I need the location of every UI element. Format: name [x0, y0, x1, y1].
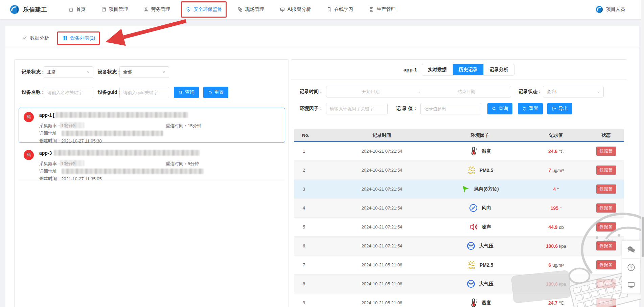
table-row[interactable]: 3 2024-10-21 07:21:54 风向(8方位) 4° 低报警	[294, 180, 624, 199]
record-value: 6	[548, 262, 551, 268]
alarm-status-badge: 低报警	[596, 298, 616, 307]
table-row[interactable]: 4 2024-10-21 07:21:54 风向 195° 低报警	[294, 199, 624, 218]
date-separator: ~	[415, 89, 422, 94]
record-status-label: 记录状态：	[22, 69, 45, 75]
history-tab[interactable]: 记录分析	[483, 64, 514, 75]
search-icon	[178, 90, 183, 95]
history-tab[interactable]: 历史记录	[453, 64, 483, 75]
alarm-status-badge: 低报警	[596, 260, 616, 269]
record-time: 2024-10-21 05:21:08	[328, 281, 436, 286]
env-factor-cell: 大气压	[436, 241, 524, 250]
row-number: 8	[294, 281, 328, 286]
env-factor-name: 大气压	[479, 281, 493, 287]
device-list-panel: 记录状态： 正常 ∨ 设备状态： 全部 ∨ 设备名称： 设备guld： 查询 重…	[14, 59, 289, 307]
table-row[interactable]: 7 2024-10-21 05:21:08 PM2.5 6ug/m³ 低报警	[294, 256, 624, 275]
status-cell: 低报警	[588, 147, 624, 156]
env-factor-cell: 风向(8方位)	[436, 184, 524, 194]
device-card[interactable]: 离 app-1 [ 采集频率： 10分钟 重连时间：15分钟 详细地址	[19, 108, 285, 143]
device-guld-input[interactable]	[119, 87, 169, 98]
thermometer-icon	[469, 298, 478, 307]
table-row[interactable]: 1 2024-10-21 07:21:54 温度 24.6℃ 低报警	[294, 142, 624, 161]
table-row[interactable]: 9 2024-10-21 05:21:08 温度 24.7℃ 低报警	[294, 293, 624, 307]
table-row[interactable]: 6 2024-10-21 07:21:54 大气压 100.6kpa 低报警	[294, 237, 624, 256]
chevron-down-icon: ∨	[87, 70, 90, 74]
env-factor-cell: PM2.5	[436, 260, 524, 269]
device-name-input[interactable]	[44, 87, 93, 98]
reset-icon	[208, 90, 212, 95]
nav-item[interactable]: 劳务管理	[143, 6, 170, 13]
device-status-select[interactable]: 全部 ∨	[119, 66, 169, 78]
export-icon	[552, 106, 556, 111]
device-name: app-1	[39, 112, 52, 118]
export-button[interactable]: 导出	[547, 103, 572, 114]
toolbar-item[interactable]	[622, 258, 640, 276]
device-card[interactable]: 离 app-3 采集频率： 10分钟 重连时间：5分钟 详细地址	[19, 146, 285, 181]
nav-item[interactable]: AI报警分析	[280, 6, 311, 13]
nav-item[interactable]: 项目管理	[101, 6, 128, 13]
record-status-select[interactable]: 全 部 ∨	[543, 86, 604, 97]
record-unit: kpa	[559, 244, 566, 249]
env-factor-cell: 大气压	[436, 279, 524, 288]
history-panel: app-1 实时数据 历史记录 记录分析	[291, 59, 627, 307]
vertical-scrollbar[interactable]	[641, 0, 644, 307]
record-unit: ug/m³	[552, 263, 564, 268]
env-factor-input[interactable]	[326, 103, 388, 114]
divider	[19, 180, 284, 180]
alarm-status-badge: 低报警	[596, 166, 616, 175]
record-status-select[interactable]: 正常 ∨	[44, 66, 93, 78]
scrollbar-thumb[interactable]	[642, 217, 644, 257]
record-unit: db	[559, 225, 564, 230]
env-factor-name: 温度	[482, 300, 491, 306]
row-number: 9	[294, 300, 328, 305]
env-factor-name: 温度	[482, 148, 491, 154]
record-value-cell: 4°	[524, 186, 588, 192]
user-menu[interactable]: 项目人员	[595, 5, 625, 14]
thermometer-icon	[469, 147, 478, 156]
table-row[interactable]: 5 2024-10-21 07:21:54 噪声 44.9db 低报警	[294, 218, 624, 237]
reset-button[interactable]: 重置	[203, 87, 228, 98]
record-time: 2024-10-21 07:21:54	[328, 168, 436, 173]
toolbar-item[interactable]	[622, 276, 640, 293]
redacted-overlay	[60, 160, 84, 166]
env-factor-name: 风向(8方位)	[474, 186, 499, 192]
toolbar-item[interactable]	[622, 241, 640, 258]
status-cell: 低报警	[588, 241, 624, 250]
record-time: 2024-10-21 07:21:54	[328, 149, 436, 154]
nav-item[interactable]: 现场管理	[237, 6, 264, 13]
monitor-icon	[627, 281, 636, 289]
record-unit: ℃	[559, 301, 564, 306]
page-tab[interactable]: 设备列表(2)	[62, 35, 95, 41]
device-status-label: 设备状态：	[98, 69, 121, 75]
devices-icon	[62, 35, 68, 41]
history-header: app-1 实时数据 历史记录 记录分析	[291, 60, 627, 80]
brand[interactable]: 乐信建工	[9, 4, 47, 15]
record-value-input[interactable]	[420, 103, 481, 114]
offline-status-badge: 离	[24, 150, 34, 160]
start-date-placeholder: 开始日期	[326, 89, 415, 95]
reset-button[interactable]: 重置	[518, 103, 543, 114]
env-factor-name: 大气压	[479, 243, 493, 249]
table-row[interactable]: 8 2024-10-21 05:21:08 大气压 100.6kpa 低报警	[294, 275, 624, 293]
end-date-placeholder: 结束日期	[422, 89, 511, 95]
status-cell: 低报警	[588, 184, 624, 194]
table-row[interactable]: 2 2024-10-21 07:21:54 PM2.5 7ug/m³ 低报警	[294, 161, 624, 180]
page-tabs: 数据分析 设备列表(2)	[5, 26, 639, 47]
page-tab[interactable]: 数据分析	[22, 35, 49, 41]
alarm-status-badge: 低报警	[596, 147, 616, 156]
record-unit: kpa	[559, 282, 566, 287]
record-time: 2024-10-21 07:21:54	[328, 187, 436, 192]
nav-item[interactable]: 生产管理	[369, 6, 395, 13]
floating-toolbar	[622, 240, 641, 294]
nav-item[interactable]: 安全环保监督	[186, 6, 222, 13]
record-value: 195	[551, 205, 558, 211]
chart-icon	[22, 35, 27, 41]
date-range-picker[interactable]: 开始日期 ~ 结束日期	[326, 86, 511, 97]
search-button[interactable]: 查询	[174, 87, 199, 98]
history-tab[interactable]: 实时数据	[422, 64, 453, 75]
nav-item[interactable]: 首页	[68, 6, 86, 13]
brand-logo-icon	[9, 4, 20, 15]
record-time: 2024-10-21 07:21:54	[328, 243, 436, 248]
search-button[interactable]: 查询	[487, 103, 512, 114]
record-unit: °	[557, 187, 559, 192]
nav-item[interactable]: 在线学习	[326, 6, 353, 13]
